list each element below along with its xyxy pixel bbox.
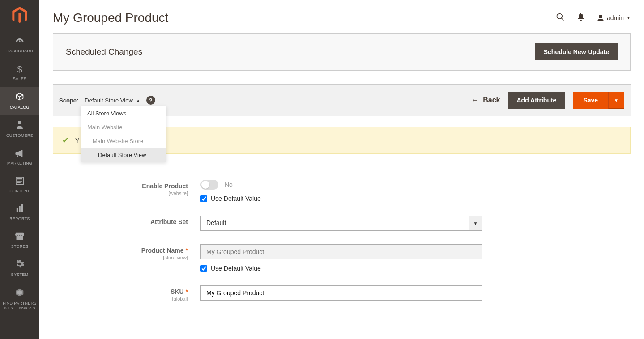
magento-logo[interactable] xyxy=(0,0,39,31)
notifications-button[interactable] xyxy=(577,13,584,23)
nav-dashboard[interactable]: DASHBOARD xyxy=(0,31,39,59)
back-button[interactable]: ← Back xyxy=(471,96,500,104)
scheduled-changes-panel: Scheduled Changes Schedule New Update xyxy=(53,33,631,71)
triangle-up-icon: ▲ xyxy=(136,98,140,102)
product-name-input[interactable] xyxy=(200,244,482,259)
check-icon: ✔ xyxy=(62,136,69,145)
nav-label: FIND PARTNERS & EXTENSIONS xyxy=(3,301,37,311)
nav-label: CONTENT xyxy=(9,189,30,194)
nav-marketing[interactable]: MARKETING xyxy=(0,144,39,171)
product-name-use-default-checkbox[interactable] xyxy=(200,265,207,272)
nav-label: SALES xyxy=(13,76,27,81)
scope-option-main-website-store: Main Website Store xyxy=(81,134,166,148)
product-name-label: Product Name xyxy=(141,247,184,254)
product-name-row: Product Name* [store view] Use Default V… xyxy=(53,244,631,272)
nav-catalog[interactable]: CATALOG xyxy=(0,87,39,115)
topbar-actions: admin ▼ xyxy=(556,13,631,24)
search-icon xyxy=(556,13,565,21)
required-marker: * xyxy=(186,247,188,254)
enable-product-row: Enable Product [website] No Use Default … xyxy=(53,180,631,202)
sku-row: SKU* [global] xyxy=(53,285,631,301)
scope-option-main-website: Main Website xyxy=(81,120,166,134)
scope-dropdown: All Store Views Main Website Main Websit… xyxy=(81,106,166,162)
svg-rect-6 xyxy=(19,206,21,212)
enable-product-scope: [website] xyxy=(53,191,188,196)
svg-rect-7 xyxy=(21,204,23,212)
user-menu[interactable]: admin ▼ xyxy=(597,14,631,21)
scope-option-all-store-views[interactable]: All Store Views xyxy=(81,106,166,120)
sku-input[interactable] xyxy=(200,285,482,301)
enable-product-label: Enable Product xyxy=(142,182,188,190)
main-content: My Grouped Product admin ▼ Scheduled Cha… xyxy=(39,0,644,333)
user-name: admin xyxy=(607,14,624,21)
nav-label: CUSTOMERS xyxy=(6,133,33,138)
sku-label: SKU xyxy=(171,288,184,295)
person-icon xyxy=(17,120,23,131)
nav-content[interactable]: CONTENT xyxy=(0,171,39,199)
attribute-set-value: Default xyxy=(201,216,469,230)
nav-label: STORES xyxy=(11,244,29,249)
save-dropdown-button[interactable]: ▼ xyxy=(608,92,624,109)
enable-product-toggle[interactable] xyxy=(200,180,218,190)
attribute-set-label-col: Attribute Set xyxy=(53,216,200,225)
back-label: Back xyxy=(483,96,500,104)
dashboard-icon xyxy=(15,37,25,47)
enable-product-use-default-label: Use Default Value xyxy=(211,195,261,202)
partners-icon xyxy=(15,288,24,299)
scope-label: Scope: xyxy=(59,97,78,104)
arrow-left-icon: ← xyxy=(471,96,478,104)
scope-selector[interactable]: Default Store View ▲ xyxy=(85,97,140,104)
save-button[interactable]: Save xyxy=(573,92,608,109)
help-icon[interactable]: ? xyxy=(146,96,155,105)
svg-point-0 xyxy=(18,121,21,124)
schedule-new-update-button[interactable]: Schedule New Update xyxy=(535,43,618,60)
attribute-set-field: Default ▼ xyxy=(200,216,482,231)
content-icon xyxy=(16,177,24,187)
bell-icon xyxy=(577,13,584,21)
svg-point-10 xyxy=(599,15,602,18)
nav-label: MARKETING xyxy=(7,161,32,166)
sku-scope: [global] xyxy=(53,296,188,301)
action-bar: Scope: Default Store View ▲ ? ← Back Add… xyxy=(53,84,631,116)
sku-field xyxy=(200,285,482,301)
chevron-down-icon: ▼ xyxy=(627,16,631,20)
stores-icon xyxy=(15,232,24,242)
attribute-set-select[interactable]: Default ▼ xyxy=(200,216,482,231)
enable-product-use-default-checkbox[interactable] xyxy=(200,195,207,202)
scope-option-default-store-view[interactable]: Default Store View xyxy=(81,148,166,162)
sku-label-col: SKU* [global] xyxy=(53,285,200,301)
product-name-use-default-label: Use Default Value xyxy=(211,265,261,272)
nav-sales[interactable]: $ SALES xyxy=(0,59,39,87)
catalog-icon xyxy=(15,92,24,103)
nav-stores[interactable]: STORES xyxy=(0,227,39,254)
svg-rect-3 xyxy=(17,181,22,182)
magento-logo-icon xyxy=(12,7,28,25)
svg-rect-5 xyxy=(17,208,18,212)
nav-customers[interactable]: CUSTOMERS xyxy=(0,115,39,144)
nav-system[interactable]: SYSTEM xyxy=(0,254,39,283)
user-icon xyxy=(597,14,604,21)
topbar: My Grouped Product admin ▼ xyxy=(53,0,631,33)
nav-label: CATALOG xyxy=(10,105,30,110)
page-title: My Grouped Product xyxy=(53,11,168,25)
product-name-scope: [store view] xyxy=(53,255,188,260)
nav-label: REPORTS xyxy=(9,216,30,221)
enable-product-value: No xyxy=(225,181,233,188)
enable-product-use-default-row: Use Default Value xyxy=(200,195,482,202)
save-button-group: Save ▼ xyxy=(573,92,624,109)
svg-rect-4 xyxy=(17,182,21,183)
gear-icon xyxy=(15,259,24,271)
nav-reports[interactable]: REPORTS xyxy=(0,199,39,227)
required-marker: * xyxy=(186,288,188,295)
dollar-icon: $ xyxy=(17,64,22,75)
actionbar-right: ← Back Add Attribute Save ▼ xyxy=(471,92,624,109)
search-button[interactable] xyxy=(556,13,565,24)
enable-product-field: No Use Default Value xyxy=(200,180,482,202)
scheduled-changes-title: Scheduled Changes xyxy=(66,47,142,57)
product-name-field: Use Default Value xyxy=(200,244,482,272)
notice-text: Y xyxy=(75,137,79,144)
add-attribute-button[interactable]: Add Attribute xyxy=(508,92,565,109)
attribute-set-label: Attribute Set xyxy=(150,218,188,225)
nav-partners[interactable]: FIND PARTNERS & EXTENSIONS xyxy=(0,283,39,316)
svg-rect-2 xyxy=(17,178,22,180)
